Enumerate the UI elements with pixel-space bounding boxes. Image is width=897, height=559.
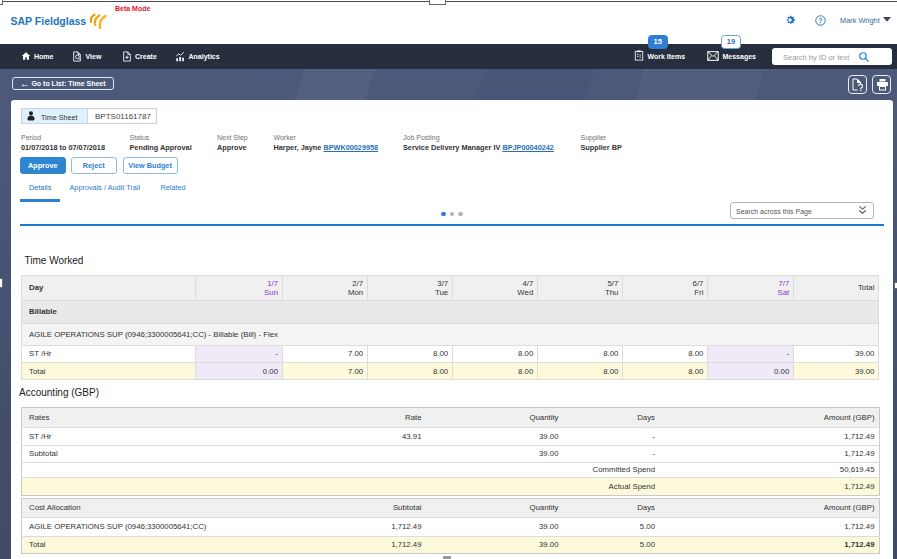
svg-text:?: ? <box>818 16 822 23</box>
